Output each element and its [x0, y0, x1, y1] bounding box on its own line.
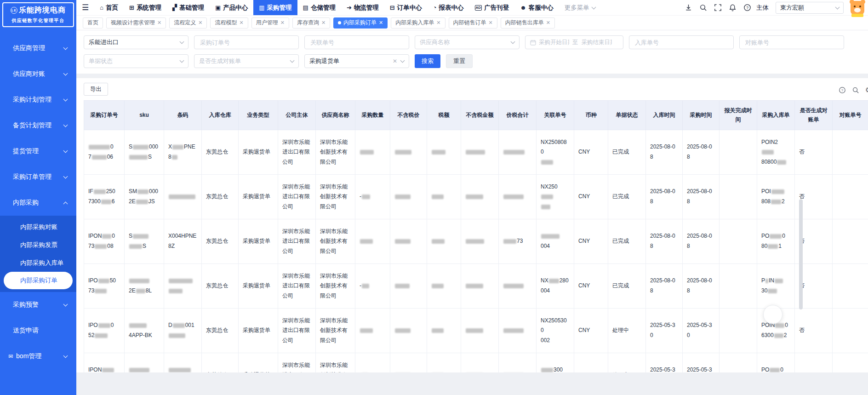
nav-item-logistics[interactable]: ➔物流管理 — [341, 0, 384, 15]
close-icon[interactable]: ✕ — [157, 20, 161, 25]
sidebar-item-purchase-plan[interactable]: 采购计划管理 — [0, 87, 76, 113]
clear-tag-icon[interactable]: ✕ — [393, 58, 397, 64]
redacted-text — [432, 284, 444, 288]
redacted-text — [360, 328, 373, 333]
tab-home[interactable]: 首页 — [83, 17, 103, 29]
notifications-icon[interactable] — [729, 4, 737, 11]
tab-process-define[interactable]: 流程定义✕ — [169, 17, 207, 29]
tab-internal-sales-order[interactable]: 内部销售订单✕ — [449, 17, 497, 29]
sidebar-item-delivery-request[interactable]: 送货申请 — [0, 318, 76, 343]
nav-item-service[interactable]: ☻客服中心 — [514, 0, 559, 15]
nav-item-more[interactable]: 更多菜单 — [559, 0, 601, 15]
table-cell: 深圳市乐能进出口有限公司 — [278, 175, 316, 219]
sidebar-item-stockup-plan[interactable]: 备货计划管理 — [0, 113, 76, 138]
sidebar-item-internal-purchase[interactable]: 内部采购 — [0, 190, 76, 216]
close-icon[interactable]: ✕ — [489, 20, 493, 25]
close-icon[interactable]: ✕ — [379, 20, 383, 25]
entity-select[interactable]: 東方宏願 — [776, 2, 844, 14]
table-cell: 深圳市乐能进出口有限公司 — [278, 309, 316, 353]
tab-inventory-query[interactable]: 库存查询✕ — [292, 17, 330, 29]
table-header-row: 采购订单号sku条码入库仓库业务类型公司主体供应商名称采购数量不含税价税额不含税… — [84, 101, 868, 130]
export-button[interactable]: 导出 — [84, 83, 108, 96]
tab-label: 流程定义 — [174, 19, 196, 27]
help-icon[interactable]: ? — [743, 4, 751, 11]
biz-type-select[interactable]: 采购退货单 ✕ — [304, 54, 409, 68]
table-search-icon[interactable] — [852, 86, 859, 94]
close-icon[interactable]: ✕ — [239, 20, 243, 25]
scrollbar-thumb[interactable] — [799, 199, 803, 309]
sidebar-subitem-internal-po-inbound[interactable]: 内部采购入库单 — [0, 254, 76, 272]
table-row: IPON528AE东莞总仓采购退货单深圳市乐能进出口有限公司深圳市乐能创新技术有… — [84, 353, 868, 373]
sidebar-subitem-internal-po-invoice[interactable]: 内部采购发票 — [0, 236, 76, 254]
chevron-down-icon — [63, 123, 68, 127]
nav-item-orders[interactable]: ⊟订单中心 — [384, 0, 428, 15]
doc-status-select[interactable]: 单据状态 — [84, 54, 188, 68]
supplier-select[interactable]: 供应商名称 — [415, 35, 520, 49]
sidebar-item-purchase-alert[interactable]: 采购预警 — [0, 292, 76, 318]
nav-item-system[interactable]: ⊞系统管理 — [124, 0, 167, 15]
menu-collapse-icon[interactable]: ☰ — [82, 3, 89, 12]
nav-item-home[interactable]: ⌂首页 — [94, 0, 124, 15]
table-panel: 导出 ? ⚙ 采购订单号sku条码入库仓库业务类型公司主体供应商名称采购数量不含… — [76, 78, 868, 372]
purchase-date-range[interactable]: 采购开始日期 至 采购结束日期 — [525, 35, 623, 49]
recon-generated-select[interactable]: 是否生成对账单 — [194, 54, 299, 68]
redacted-text — [541, 160, 553, 165]
column-header: 币种 — [574, 101, 608, 130]
close-icon[interactable]: ✕ — [546, 20, 550, 25]
tab-internal-po-inbound[interactable]: 内部采购入库单✕ — [391, 17, 445, 29]
nav-item-ad[interactable]: AD广告刊登 — [469, 0, 515, 15]
sidebar-item-pickup-mgmt[interactable]: 提货管理 — [0, 138, 76, 164]
reset-button[interactable]: 重置 — [446, 54, 473, 68]
statement-number-input[interactable] — [739, 35, 844, 49]
nav-item-report[interactable]: ◔报表中心 — [428, 0, 469, 15]
redacted-text — [169, 289, 183, 293]
po-number-field[interactable] — [199, 39, 294, 46]
sidebar-item-supplier-mgmt[interactable]: 供应商管理 — [0, 35, 76, 61]
table-cell: 8AE — [125, 353, 164, 373]
tab-internal-sales-outbound[interactable]: 内部销售出库单✕ — [501, 17, 555, 29]
tab-internal-po[interactable]: 内部采购订单✕ — [333, 17, 388, 29]
search-icon[interactable] — [699, 4, 707, 11]
nav-item-warehouse[interactable]: ▤仓储管理 — [297, 0, 341, 15]
search-button[interactable]: 搜索 — [415, 54, 440, 68]
close-icon[interactable]: ✕ — [198, 20, 202, 25]
table-cell — [833, 219, 868, 264]
sidebar-item-supplier-recon[interactable]: 供应商对账 — [0, 61, 76, 87]
close-icon[interactable]: ✕ — [436, 20, 440, 25]
fullscreen-icon[interactable] — [714, 4, 722, 11]
table-cell — [390, 264, 427, 309]
company-select[interactable]: 乐能进出口 — [84, 35, 188, 49]
redacted-text — [129, 244, 142, 249]
sidebar-item-po-mgmt[interactable]: 采购订单管理 — [0, 164, 76, 190]
po-number-input[interactable] — [194, 35, 299, 49]
related-number-field[interactable] — [309, 39, 404, 46]
statement-number-field[interactable] — [744, 39, 839, 46]
nav-item-base[interactable]: ▞基础管理 — [167, 0, 210, 15]
base-icon: ▞ — [172, 5, 177, 11]
table-cell — [499, 309, 537, 353]
chevron-down-icon — [63, 174, 68, 179]
help-icon[interactable]: ? — [839, 86, 846, 94]
inbound-number-input[interactable] — [629, 35, 734, 49]
avatar[interactable] — [851, 1, 864, 15]
tab-video-design[interactable]: 视频设计需求管理✕ — [106, 17, 166, 29]
sidebar-item-label: 内部采购 — [13, 199, 64, 207]
chevron-down-icon — [63, 302, 68, 307]
floating-widget[interactable] — [763, 305, 782, 324]
sidebar-item-bom-mgmt[interactable]: ✉bom管理 — [0, 343, 76, 369]
inbound-number-field[interactable] — [634, 39, 729, 46]
table-cell: 深圳市乐能进出口有限公司 — [278, 219, 316, 264]
nav-item-purchase[interactable]: ▥采购管理 — [253, 0, 297, 15]
download-icon[interactable] — [685, 4, 692, 11]
nav-item-product[interactable]: ▣产品中心 — [210, 0, 253, 15]
related-number-input[interactable] — [304, 35, 409, 49]
sidebar-subitem-internal-po-order[interactable]: 内部采购订单 — [4, 272, 73, 289]
tab-user-mgmt[interactable]: 用户管理✕ — [251, 17, 289, 29]
column-settings-icon[interactable]: ⚙ — [865, 86, 868, 94]
close-icon[interactable]: ✕ — [321, 20, 326, 25]
redacted-text — [466, 195, 483, 199]
tab-process-model[interactable]: 流程模型✕ — [210, 17, 248, 29]
redacted-text — [762, 150, 774, 155]
close-icon[interactable]: ✕ — [280, 20, 285, 25]
sidebar-subitem-internal-po-recon[interactable]: 内部采购对账 — [0, 218, 76, 236]
